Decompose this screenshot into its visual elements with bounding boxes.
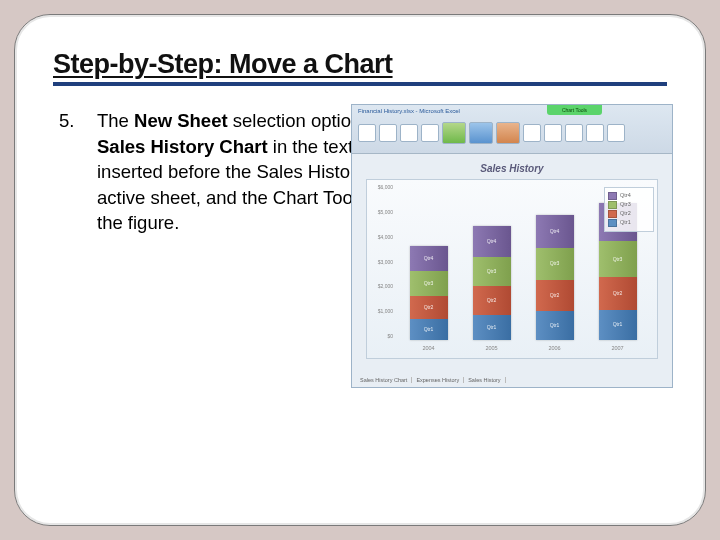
ribbon-icon xyxy=(523,124,541,142)
legend-item: Qtr1 xyxy=(608,219,650,227)
x-tick: 2006 xyxy=(548,345,560,353)
bar-seg-qtr2: Qtr2 xyxy=(410,296,448,319)
y-tick: $3,000 xyxy=(378,259,393,266)
y-axis: $6,000 $5,000 $4,000 $3,000 $2,000 $1,00… xyxy=(369,184,393,340)
bar-seg-qtr4: Qtr4 xyxy=(410,246,448,271)
y-tick: $5,000 xyxy=(378,209,393,216)
legend-label: Qtr4 xyxy=(620,192,631,200)
bar-seg-qtr4: Qtr4 xyxy=(536,215,574,247)
x-tick: 2007 xyxy=(611,345,623,353)
legend-label: Qtr3 xyxy=(620,201,631,209)
bar-seg-qtr1: Qtr1 xyxy=(599,310,637,340)
title-container: Step-by-Step: Move a Chart xyxy=(53,49,667,86)
y-tick: $4,000 xyxy=(378,234,393,241)
y-tick: $0 xyxy=(387,333,393,340)
bar-seg-qtr1: Qtr1 xyxy=(410,319,448,340)
bar-seg-qtr2: Qtr2 xyxy=(599,277,637,310)
x-tick: 2005 xyxy=(485,345,497,353)
sheet-tab: Sales History Chart xyxy=(356,377,412,383)
y-tick: $1,000 xyxy=(378,308,393,315)
legend-label: Qtr1 xyxy=(620,219,631,227)
ribbon-icon xyxy=(565,124,583,142)
excel-ribbon: Financial History.xlsx - Microsoft Excel… xyxy=(352,105,672,154)
y-tick: $6,000 xyxy=(378,184,393,191)
ribbon-icon xyxy=(442,122,466,144)
excel-screenshot: Financial History.xlsx - Microsoft Excel… xyxy=(351,104,673,388)
bar-seg-qtr2: Qtr2 xyxy=(536,280,574,311)
ribbon-icon xyxy=(358,124,376,142)
bar-seg-qtr3: Qtr3 xyxy=(410,271,448,295)
legend-item: Qtr3 xyxy=(608,201,650,209)
ribbon-icons-row xyxy=(358,119,666,147)
ribbon-icon xyxy=(400,124,418,142)
legend-item: Qtr4 xyxy=(608,192,650,200)
x-tick: 2004 xyxy=(422,345,434,353)
sheet-tabs: Sales History ChartExpenses HistorySales… xyxy=(356,377,506,385)
chart-tools-tab: Chart Tools xyxy=(547,105,602,115)
excel-titlebar: Financial History.xlsx - Microsoft Excel xyxy=(358,107,460,115)
stacked-bar: Qtr1 Qtr2 Qtr3 Qtr4 xyxy=(473,226,511,340)
ribbon-icon xyxy=(607,124,625,142)
y-tick: $2,000 xyxy=(378,283,393,290)
step-number: 5. xyxy=(59,108,74,134)
legend-swatch-icon xyxy=(608,210,617,218)
legend-swatch-icon xyxy=(608,201,617,209)
bar-seg-qtr4: Qtr4 xyxy=(473,226,511,257)
slide-card: Step-by-Step: Move a Chart 5. The New Sh… xyxy=(14,14,706,526)
slide-title: Step-by-Step: Move a Chart xyxy=(53,49,393,79)
legend-swatch-icon xyxy=(608,219,617,227)
bold-chart-name: Sales History Chart xyxy=(97,136,268,157)
bar-seg-qtr3: Qtr3 xyxy=(473,257,511,287)
sheet-tab: Expenses History xyxy=(412,377,464,383)
bar-seg-qtr2: Qtr2 xyxy=(473,286,511,314)
ribbon-icon xyxy=(586,124,604,142)
text-part: The xyxy=(97,110,134,131)
legend-swatch-icon xyxy=(608,192,617,200)
ribbon-icon xyxy=(379,124,397,142)
legend-item: Qtr2 xyxy=(608,210,650,218)
bar-seg-qtr3: Qtr3 xyxy=(536,248,574,280)
chart-legend: Qtr4 Qtr3 Qtr2 Qtr1 xyxy=(604,187,654,232)
chart-title: Sales History xyxy=(352,162,672,176)
legend-label: Qtr2 xyxy=(620,210,631,218)
bar-seg-qtr1: Qtr1 xyxy=(536,311,574,340)
content-area: 5. The New Sheet selection option is sel… xyxy=(53,108,667,236)
stacked-bar: Qtr1 Qtr2 Qtr3 Qtr4 xyxy=(536,215,574,340)
ribbon-icon xyxy=(469,122,493,144)
ribbon-icon xyxy=(496,122,520,144)
bar-seg-qtr1: Qtr1 xyxy=(473,315,511,340)
bold-new-sheet: New Sheet xyxy=(134,110,228,131)
ribbon-icon xyxy=(544,124,562,142)
stacked-bar: Qtr1 Qtr2 Qtr3 Qtr4 xyxy=(410,246,448,340)
x-axis: 2004 2005 2006 2007 xyxy=(397,342,649,356)
bar-seg-qtr3: Qtr3 xyxy=(599,241,637,277)
ribbon-icon xyxy=(421,124,439,142)
sheet-tab: Sales History xyxy=(464,377,505,383)
